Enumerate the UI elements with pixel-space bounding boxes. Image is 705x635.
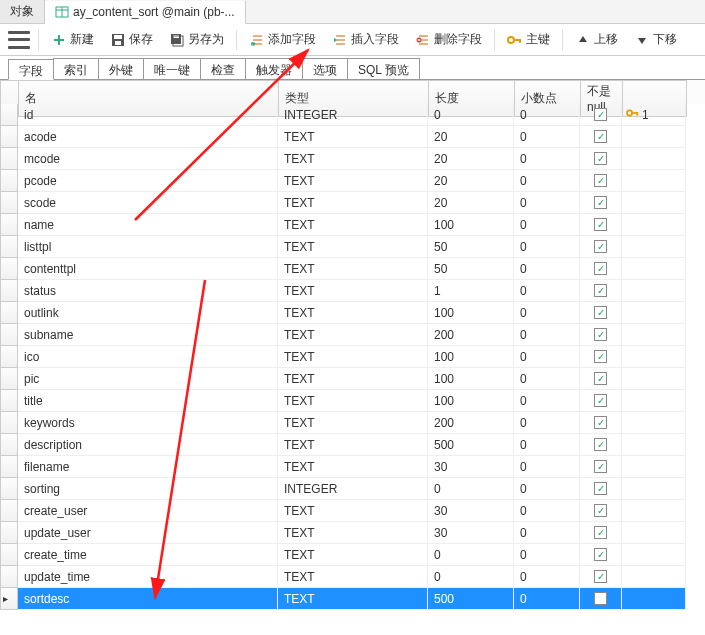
cell-name[interactable]: pic	[18, 368, 278, 390]
cell-name[interactable]: listtpl	[18, 236, 278, 258]
cell-decimals[interactable]: 0	[514, 434, 580, 456]
cell-decimals[interactable]: 0	[514, 214, 580, 236]
cell-key[interactable]	[622, 302, 686, 324]
cell-name[interactable]: create_time	[18, 544, 278, 566]
cell-length[interactable]: 30	[428, 456, 514, 478]
cell-key[interactable]	[622, 390, 686, 412]
notnull-checkbox[interactable]	[594, 460, 607, 473]
cell-notnull[interactable]	[580, 214, 622, 236]
save-button[interactable]: 保存	[106, 29, 157, 50]
cell-key[interactable]	[622, 148, 686, 170]
row-handle[interactable]	[0, 192, 18, 214]
cell-type[interactable]: TEXT	[278, 214, 428, 236]
table-row[interactable]: idINTEGER001	[0, 104, 705, 126]
row-handle[interactable]	[0, 258, 18, 280]
cell-decimals[interactable]: 0	[514, 170, 580, 192]
sheet-tab[interactable]: SQL 预览	[347, 58, 420, 79]
cell-notnull[interactable]	[580, 192, 622, 214]
primarykey-button[interactable]: 主键	[503, 29, 554, 50]
cell-notnull[interactable]	[580, 126, 622, 148]
cell-key[interactable]	[622, 368, 686, 390]
sheet-tab[interactable]: 索引	[53, 58, 99, 79]
cell-type[interactable]: TEXT	[278, 170, 428, 192]
cell-notnull[interactable]	[580, 236, 622, 258]
sheet-tab[interactable]: 唯一键	[143, 58, 201, 79]
table-row[interactable]: pcodeTEXT200	[0, 170, 705, 192]
notnull-checkbox[interactable]	[594, 306, 607, 319]
cell-decimals[interactable]: 0	[514, 302, 580, 324]
cell-length[interactable]: 0	[428, 104, 514, 126]
cell-type[interactable]: TEXT	[278, 412, 428, 434]
cell-key[interactable]	[622, 544, 686, 566]
cell-notnull[interactable]	[580, 368, 622, 390]
cell-name[interactable]: acode	[18, 126, 278, 148]
cell-notnull[interactable]	[580, 324, 622, 346]
table-row[interactable]: listtplTEXT500	[0, 236, 705, 258]
notnull-checkbox[interactable]	[594, 174, 607, 187]
cell-notnull[interactable]	[580, 566, 622, 588]
cell-key[interactable]	[622, 434, 686, 456]
row-handle[interactable]	[0, 126, 18, 148]
cell-length[interactable]: 500	[428, 588, 514, 610]
sheet-tab[interactable]: 触发器	[245, 58, 303, 79]
cell-decimals[interactable]: 0	[514, 126, 580, 148]
cell-decimals[interactable]: 0	[514, 368, 580, 390]
cell-length[interactable]: 0	[428, 544, 514, 566]
cell-notnull[interactable]	[580, 148, 622, 170]
cell-key[interactable]	[622, 500, 686, 522]
cell-notnull[interactable]	[580, 544, 622, 566]
table-row[interactable]: update_timeTEXT00	[0, 566, 705, 588]
table-row[interactable]: acodeTEXT200	[0, 126, 705, 148]
notnull-checkbox[interactable]	[594, 570, 607, 583]
sheet-tab[interactable]: 字段	[8, 59, 54, 80]
cell-name[interactable]: update_user	[18, 522, 278, 544]
notnull-checkbox[interactable]	[594, 328, 607, 341]
cell-decimals[interactable]: 0	[514, 500, 580, 522]
cell-name[interactable]: scode	[18, 192, 278, 214]
cell-notnull[interactable]	[580, 478, 622, 500]
row-handle[interactable]	[0, 456, 18, 478]
table-row[interactable]: sortingINTEGER00	[0, 478, 705, 500]
row-handle[interactable]	[0, 302, 18, 324]
row-handle[interactable]	[0, 104, 18, 126]
deletefield-button[interactable]: 删除字段	[411, 29, 486, 50]
notnull-checkbox[interactable]	[594, 350, 607, 363]
cell-key[interactable]	[622, 126, 686, 148]
cell-name[interactable]: filename	[18, 456, 278, 478]
row-handle[interactable]	[0, 368, 18, 390]
table-row[interactable]: mcodeTEXT200	[0, 148, 705, 170]
notnull-checkbox[interactable]	[594, 218, 607, 231]
cell-type[interactable]: TEXT	[278, 258, 428, 280]
table-row[interactable]: create_timeTEXT00	[0, 544, 705, 566]
cell-length[interactable]: 500	[428, 434, 514, 456]
table-row[interactable]: keywordsTEXT2000	[0, 412, 705, 434]
cell-length[interactable]: 100	[428, 346, 514, 368]
window-tab-table-editor[interactable]: ay_content_sort @main (pb-...	[45, 1, 246, 24]
menu-button[interactable]	[8, 31, 30, 49]
cell-length[interactable]: 0	[428, 478, 514, 500]
cell-name[interactable]: subname	[18, 324, 278, 346]
cell-length[interactable]: 100	[428, 368, 514, 390]
insertfield-button[interactable]: 插入字段	[328, 29, 403, 50]
cell-name[interactable]: contenttpl	[18, 258, 278, 280]
cell-type[interactable]: TEXT	[278, 148, 428, 170]
notnull-checkbox[interactable]	[594, 196, 607, 209]
sheet-tab[interactable]: 外键	[98, 58, 144, 79]
sheet-tab[interactable]: 选项	[302, 58, 348, 79]
row-handle[interactable]	[0, 434, 18, 456]
notnull-checkbox[interactable]	[594, 372, 607, 385]
row-handle[interactable]	[0, 324, 18, 346]
cell-length[interactable]: 30	[428, 522, 514, 544]
cell-notnull[interactable]	[580, 104, 622, 126]
addfield-button[interactable]: + 添加字段	[245, 29, 320, 50]
cell-decimals[interactable]: 0	[514, 346, 580, 368]
cell-decimals[interactable]: 0	[514, 324, 580, 346]
cell-key[interactable]: 1	[622, 104, 686, 126]
row-handle[interactable]	[0, 544, 18, 566]
table-row[interactable]: subnameTEXT2000	[0, 324, 705, 346]
cell-key[interactable]	[622, 258, 686, 280]
row-handle[interactable]	[0, 148, 18, 170]
cell-notnull[interactable]	[580, 258, 622, 280]
cell-decimals[interactable]: 0	[514, 544, 580, 566]
cell-name[interactable]: create_user	[18, 500, 278, 522]
